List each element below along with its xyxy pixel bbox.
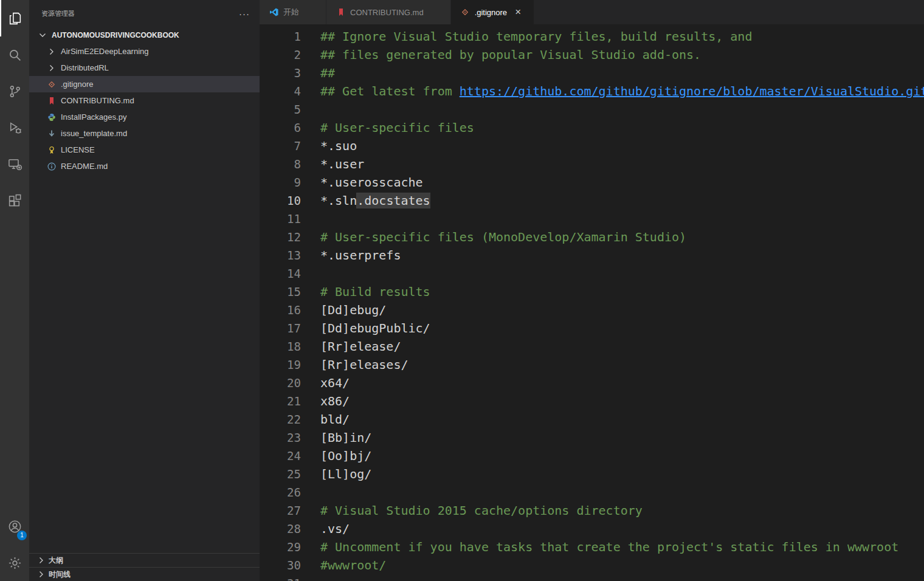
code-line-26[interactable]: 26 [260,483,924,501]
code-line-28[interactable]: 28.vs/ [260,520,924,538]
tab-contributing-md[interactable]: CONTRIBUTING.md× [326,0,451,24]
token-comment: # User-specific files (MonoDevelop/Xamar… [320,230,686,244]
code-line-2[interactable]: 2## files generated by popular Visual St… [260,46,924,64]
sidebar-panel-outline[interactable]: 大纲 [29,553,260,567]
token-text: x64/ [320,376,350,390]
code-line-11[interactable]: 11 [260,210,924,228]
token-text: [Dd]ebugPublic/ [320,321,430,335]
code-line-9[interactable]: 9*.userosscache [260,173,924,191]
line-text: # Visual Studio 2015 cache/options direc… [301,501,643,520]
line-number[interactable]: 7 [260,137,301,155]
line-number[interactable]: 8 [260,155,301,173]
code-line-31[interactable]: 31 [260,574,924,581]
activity-run-debug-button[interactable] [0,109,29,146]
more-actions-icon[interactable]: ··· [239,9,250,19]
activity-remote-explorer-button[interactable] [0,146,29,182]
code-line-27[interactable]: 27# Visual Studio 2015 cache/options dir… [260,501,924,520]
tree-item-label: InstallPackages.py [61,112,126,122]
line-number[interactable]: 27 [260,501,301,520]
code-line-3[interactable]: 3## [260,64,924,82]
activity-search-button[interactable] [0,36,29,73]
tree-item[interactable]: README.md [29,158,260,174]
code-line-6[interactable]: 6# User-specific files [260,119,924,137]
activity-settings-button[interactable] [0,545,29,581]
tree-item[interactable]: AirSimE2EDeepLearning [29,43,260,60]
tree-item-label: DistributedRL [61,63,109,72]
line-number[interactable]: 19 [260,356,301,374]
code-line-22[interactable]: 22bld/ [260,410,924,428]
code-line-5[interactable]: 5 [260,100,924,119]
activity-extensions-button[interactable] [0,182,29,219]
line-number[interactable]: 6 [260,119,301,137]
code-line-1[interactable]: 1## Ignore Visual Studio temporary files… [260,27,924,46]
code-line-29[interactable]: 29# Uncomment if you have tasks that cre… [260,538,924,556]
code-line-8[interactable]: 8*.user [260,155,924,173]
code-line-10[interactable]: 10*.sln.docstates [260,191,924,210]
line-number[interactable]: 2 [260,46,301,64]
code-line-4[interactable]: 4## Get latest from https://github.com/g… [260,82,924,100]
tree-item[interactable]: CONTRIBUTING.md [29,92,260,109]
line-number[interactable]: 10 [260,191,301,210]
code-line-20[interactable]: 20x64/ [260,374,924,392]
code-line-15[interactable]: 15# Build results [260,283,924,301]
token-text: [Rr]elease/ [320,339,401,354]
line-number[interactable]: 25 [260,465,301,483]
line-number[interactable]: 13 [260,246,301,264]
activity-explorer-button[interactable] [0,0,29,36]
activity-account-button[interactable]: 1 [0,508,29,545]
line-number[interactable]: 31 [260,574,301,581]
code-line-23[interactable]: 23[Bb]in/ [260,428,924,447]
sidebar-panel-timeline[interactable]: 时间线 [29,567,260,581]
git-icon [460,7,471,17]
line-number[interactable]: 18 [260,337,301,356]
line-number[interactable]: 28 [260,520,301,538]
tree-item[interactable]: DistributedRL [29,60,260,76]
line-number[interactable]: 22 [260,410,301,428]
vscode-icon [269,7,279,17]
editor-code-area[interactable]: 1## Ignore Visual Studio temporary files… [260,24,924,581]
line-number[interactable]: 5 [260,100,301,119]
code-line-21[interactable]: 21x86/ [260,392,924,410]
close-icon: × [303,6,317,18]
line-number[interactable]: 14 [260,264,301,283]
line-number[interactable]: 3 [260,64,301,82]
line-number[interactable]: 15 [260,283,301,301]
code-line-7[interactable]: 7*.suo [260,137,924,155]
line-number[interactable]: 9 [260,173,301,191]
code-line-17[interactable]: 17[Dd]ebugPublic/ [260,319,924,337]
code-line-13[interactable]: 13*.userprefs [260,246,924,264]
code-line-12[interactable]: 12# User-specific files (MonoDevelop/Xam… [260,228,924,246]
line-number[interactable]: 11 [260,210,301,228]
line-number[interactable]: 26 [260,483,301,501]
line-number[interactable]: 4 [260,82,301,100]
line-number[interactable]: 16 [260,301,301,319]
code-line-30[interactable]: 30#wwwroot/ [260,556,924,574]
activity-source-control-button[interactable] [0,73,29,109]
line-number[interactable]: 12 [260,228,301,246]
line-text: *.sln.docstates [301,191,430,210]
code-line-24[interactable]: 24[Oo]bj/ [260,447,924,465]
close-icon[interactable]: × [511,6,525,18]
code-line-18[interactable]: 18[Rr]elease/ [260,337,924,356]
arrow-down-icon [46,129,57,139]
tree-root-folder[interactable]: AUTONOMOUSDRIVINGCOOKBOOK [29,27,260,43]
tree-item[interactable]: .gitignore [29,76,260,92]
line-number[interactable]: 24 [260,447,301,465]
tree-item[interactable]: InstallPackages.py [29,109,260,125]
tree-item[interactable]: issue_template.md [29,125,260,142]
code-line-25[interactable]: 25[Ll]og/ [260,465,924,483]
line-number[interactable]: 21 [260,392,301,410]
line-number[interactable]: 20 [260,374,301,392]
code-line-19[interactable]: 19[Rr]eleases/ [260,356,924,374]
line-number[interactable]: 1 [260,27,301,46]
tab-welcome[interactable]: 开始× [260,0,326,24]
tree-item[interactable]: LICENSE [29,142,260,158]
line-number[interactable]: 17 [260,319,301,337]
code-line-16[interactable]: 16[Dd]ebug/ [260,301,924,319]
line-number[interactable]: 29 [260,538,301,556]
code-line-14[interactable]: 14 [260,264,924,283]
tab-gitignore[interactable]: .gitignore× [451,0,534,24]
token-word-highlight: .docstates [357,193,430,208]
line-number[interactable]: 30 [260,556,301,574]
line-number[interactable]: 23 [260,428,301,447]
